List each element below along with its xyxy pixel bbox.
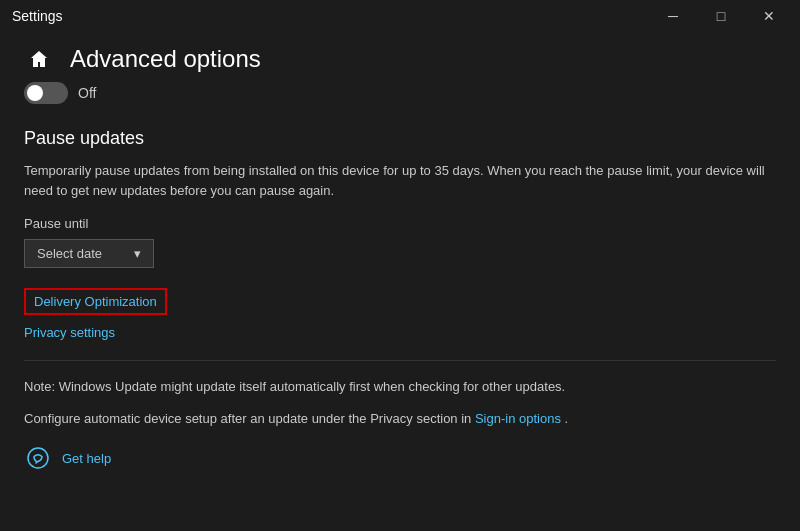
delivery-optimization-link[interactable]: Delivery Optimization bbox=[24, 288, 167, 315]
dropdown-chevron-icon: ▾ bbox=[134, 246, 141, 261]
configure-text: Configure automatic device setup after a… bbox=[24, 409, 776, 429]
pause-updates-description: Temporarily pause updates from being ins… bbox=[24, 161, 776, 200]
pause-until-label: Pause until bbox=[24, 216, 776, 231]
page-title: Advanced options bbox=[70, 45, 261, 73]
toggle-row: Off bbox=[24, 82, 776, 104]
title-bar-left: Settings bbox=[12, 8, 63, 24]
toggle-thumb bbox=[27, 85, 43, 101]
divider bbox=[24, 360, 776, 361]
chat-icon-wrapper bbox=[24, 444, 52, 472]
pause-updates-title: Pause updates bbox=[24, 128, 776, 149]
back-button[interactable] bbox=[24, 44, 54, 74]
svg-point-0 bbox=[28, 448, 48, 468]
dropdown-label: Select date bbox=[37, 246, 102, 261]
sign-in-options-link[interactable]: Sign-in options bbox=[475, 411, 561, 426]
minimize-button[interactable]: ─ bbox=[650, 0, 696, 32]
privacy-settings-link[interactable]: Privacy settings bbox=[24, 325, 776, 340]
note-text: Note: Windows Update might update itself… bbox=[24, 377, 776, 397]
toggle-track bbox=[24, 82, 68, 104]
title-bar: Settings ─ □ ✕ bbox=[0, 0, 800, 32]
pause-updates-section: Pause updates Temporarily pause updates … bbox=[24, 128, 776, 268]
get-help-row: Get help bbox=[24, 444, 776, 472]
title-bar-title: Settings bbox=[12, 8, 63, 24]
page-header: Advanced options bbox=[24, 32, 776, 82]
select-date-dropdown[interactable]: Select date ▾ bbox=[24, 239, 154, 268]
toggle-switch[interactable] bbox=[24, 82, 68, 104]
configure-text-suffix: . bbox=[565, 411, 569, 426]
configure-text-prefix: Configure automatic device setup after a… bbox=[24, 411, 475, 426]
close-button[interactable]: ✕ bbox=[746, 0, 792, 32]
get-help-link[interactable]: Get help bbox=[62, 451, 111, 466]
restore-button[interactable]: □ bbox=[698, 0, 744, 32]
home-icon bbox=[29, 49, 49, 69]
toggle-label: Off bbox=[78, 85, 96, 101]
title-bar-controls: ─ □ ✕ bbox=[650, 0, 792, 32]
chat-icon bbox=[27, 447, 49, 469]
content-area: Advanced options Off Pause updates Tempo… bbox=[0, 32, 800, 531]
